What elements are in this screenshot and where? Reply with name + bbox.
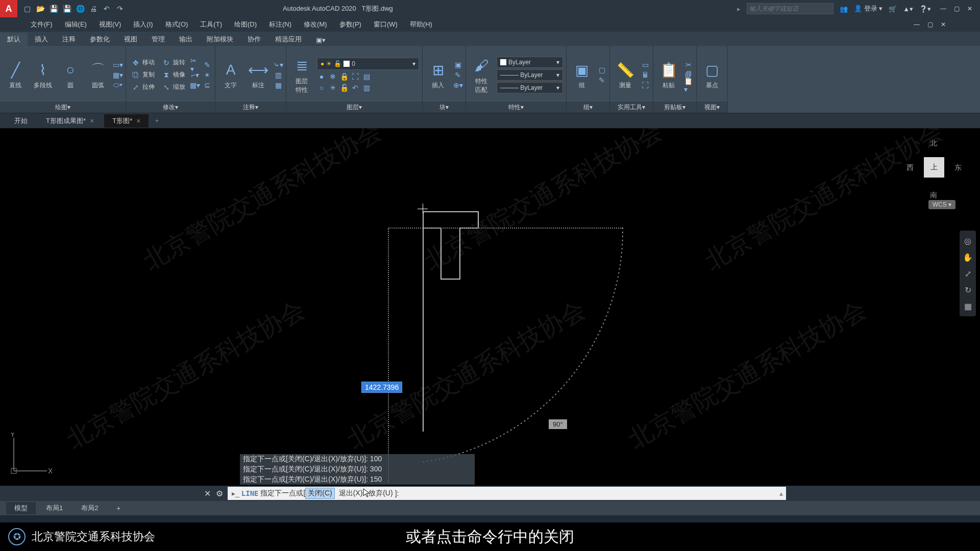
menu-draw[interactable]: 绘图(D): [234, 20, 257, 29]
ribbon-tab-extra[interactable]: ▣▾: [309, 34, 333, 46]
linetype-combo[interactable]: ——— ByLayer▾: [497, 82, 563, 93]
add-layout-button[interactable]: +: [108, 503, 129, 514]
zoom-extents-icon[interactable]: ⤢: [962, 267, 974, 280]
menu-tools[interactable]: 工具(T): [200, 20, 222, 29]
undo-icon[interactable]: ↶: [101, 3, 112, 14]
save-icon[interactable]: 💾: [48, 3, 59, 14]
match-properties-button[interactable]: 🖌特性 匹配: [469, 54, 494, 96]
doc-maximize-button[interactable]: ▢: [924, 19, 936, 30]
leader-icon[interactable]: ⤷▾: [274, 60, 283, 69]
erase-icon[interactable]: ✎: [203, 60, 212, 69]
ribbon-tab-parametric[interactable]: 参数化: [83, 33, 117, 46]
array-icon[interactable]: ▦▾: [190, 81, 200, 90]
viewcube-north[interactable]: 北: [930, 139, 937, 148]
doc-tab-2[interactable]: T形图*×: [104, 114, 149, 128]
viewcube-top[interactable]: 上: [924, 157, 944, 178]
menu-format[interactable]: 格式(O): [165, 20, 188, 29]
panel-title-annotation[interactable]: 注释 ▾: [215, 102, 286, 113]
menu-modify[interactable]: 修改(M): [304, 20, 327, 29]
ribbon-tab-annotate[interactable]: 注释: [55, 33, 83, 46]
circle-button[interactable]: ○圆: [58, 58, 83, 92]
dynamic-input[interactable]: 1422.7396: [361, 382, 402, 393]
search-input[interactable]: [747, 3, 834, 14]
fillet-icon[interactable]: ⌐▾: [190, 70, 200, 80]
view-cube[interactable]: 北 西 东 南 上: [909, 139, 960, 200]
saveas-icon[interactable]: 💾: [61, 3, 72, 14]
layer-lock-icon[interactable]: 🔒: [339, 72, 349, 81]
layout-tab-1[interactable]: 布局1: [38, 502, 71, 514]
hatch-icon[interactable]: ▦▾: [113, 70, 122, 80]
layer-unlock-icon[interactable]: 🔓: [339, 83, 349, 92]
ribbon-tab-view[interactable]: 视图: [117, 33, 144, 46]
add-tab-button[interactable]: +: [151, 115, 163, 127]
doc-tab-start[interactable]: 开始: [6, 114, 36, 128]
layer-match-icon[interactable]: ⛶: [351, 72, 360, 81]
line-button[interactable]: ╱直线: [3, 58, 28, 92]
layer-thaw-icon[interactable]: ☀: [328, 83, 337, 92]
panel-title-layers[interactable]: 图层 ▾: [286, 102, 422, 113]
command-input[interactable]: ▸_ LINE 指定下一点或[ 关闭(C) 退出(X) 放弃(U) ]: ▴: [228, 487, 786, 500]
user-icon[interactable]: 👤 登录 ▾: [854, 4, 883, 13]
menu-view[interactable]: 视图(V): [99, 20, 121, 29]
cart-icon[interactable]: 🛒: [889, 5, 897, 13]
close-button[interactable]: ✕: [964, 4, 976, 14]
edit-block-icon[interactable]: ✎: [453, 70, 462, 80]
panel-title-utilities[interactable]: 实用工具 ▾: [610, 102, 653, 113]
create-block-icon[interactable]: ▣: [453, 60, 462, 69]
viewcube-east[interactable]: 东: [954, 163, 962, 172]
base-button[interactable]: ▢基点: [700, 58, 724, 92]
menu-window[interactable]: 窗口(W): [374, 20, 398, 29]
drawing-canvas[interactable]: 北京警院交通系科技协会 北京警院交通系科技协会 北京警院交通系科技协会 北京警院…: [0, 129, 980, 501]
menu-parametric[interactable]: 参数(P): [339, 20, 361, 29]
layer-prev-icon[interactable]: ↶: [351, 83, 360, 92]
calc-icon[interactable]: 🖩: [641, 70, 650, 80]
table2-icon[interactable]: ▦: [274, 81, 283, 90]
menu-dimension[interactable]: 标注(N): [269, 20, 291, 29]
panel-title-clipboard[interactable]: 剪贴板 ▾: [653, 102, 696, 113]
doc-close-button[interactable]: ✕: [937, 19, 949, 30]
cmd-option-exit[interactable]: 退出(X): [337, 488, 365, 498]
wcs-badge[interactable]: WCS ▾: [928, 200, 955, 209]
move-button[interactable]: ✥移动: [129, 57, 157, 68]
layer-iso-icon[interactable]: ▤: [362, 72, 371, 81]
polyline-button[interactable]: ⌇多段线: [31, 58, 55, 92]
ribbon-tab-output[interactable]: 输出: [172, 33, 200, 46]
layout-tab-2[interactable]: 布局2: [73, 502, 106, 514]
paste-button[interactable]: 📋粘贴: [656, 58, 681, 92]
lineweight-combo[interactable]: ——— ByLayer▾: [497, 69, 563, 81]
menu-help[interactable]: 帮助(H): [410, 20, 432, 29]
layer-properties-button[interactable]: ≣图层 特性: [289, 54, 314, 96]
ribbon-tab-manage[interactable]: 管理: [144, 33, 172, 46]
rectangle-icon[interactable]: ▭▾: [113, 60, 122, 69]
rotate-button[interactable]: ↻旋转: [160, 57, 187, 68]
layer-off-icon[interactable]: ●: [317, 72, 326, 81]
text-button[interactable]: A文字: [218, 58, 243, 92]
close-icon[interactable]: ×: [136, 117, 140, 125]
menu-file[interactable]: 文件(F): [31, 20, 53, 29]
minimize-button[interactable]: —: [937, 4, 949, 14]
customize-icon[interactable]: ⚙: [214, 488, 225, 498]
doc-minimize-button[interactable]: —: [911, 19, 923, 30]
group-edit-icon[interactable]: ✎: [597, 76, 606, 85]
dimension-button[interactable]: ⟷标注: [246, 58, 271, 92]
mirror-button[interactable]: ⧗镜像: [160, 69, 187, 81]
panel-title-properties[interactable]: 特性 ▾: [466, 102, 566, 113]
trim-icon[interactable]: ✂▾: [190, 60, 200, 69]
redo-icon[interactable]: ↷: [114, 3, 126, 14]
panel-title-modify[interactable]: 修改 ▾: [126, 102, 215, 113]
autodesk-icon[interactable]: ▲▾: [903, 5, 913, 13]
paste-special-icon[interactable]: 📋▾: [684, 81, 693, 90]
explode-icon[interactable]: ✴: [203, 70, 212, 80]
open-icon[interactable]: 📂: [35, 3, 46, 14]
viewcube-west[interactable]: 西: [906, 163, 914, 172]
color-combo[interactable]: ByLayer▾: [497, 57, 563, 68]
menu-insert[interactable]: 插入(I): [133, 20, 153, 29]
panel-title-view[interactable]: 视图 ▾: [697, 102, 727, 113]
expand-history-icon[interactable]: ▴: [779, 489, 783, 497]
cmd-option-close[interactable]: 关闭(C): [305, 488, 334, 499]
arc-button[interactable]: ⌒圆弧: [86, 58, 110, 92]
web-icon[interactable]: 🌐: [75, 3, 86, 14]
layer-freeze-icon[interactable]: ❄: [328, 72, 337, 81]
stretch-button[interactable]: ⤢拉伸: [129, 82, 157, 93]
layout-tab-model[interactable]: 模型: [6, 502, 36, 514]
